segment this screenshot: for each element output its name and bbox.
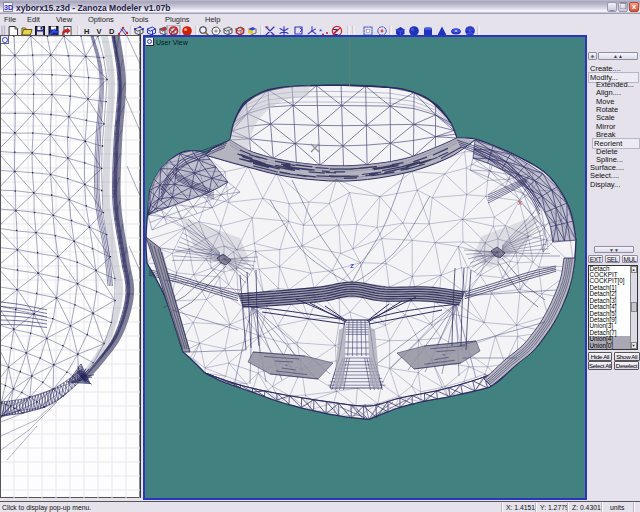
svg-text:z: z [350, 261, 354, 270]
svg-text:x: x [518, 198, 522, 207]
